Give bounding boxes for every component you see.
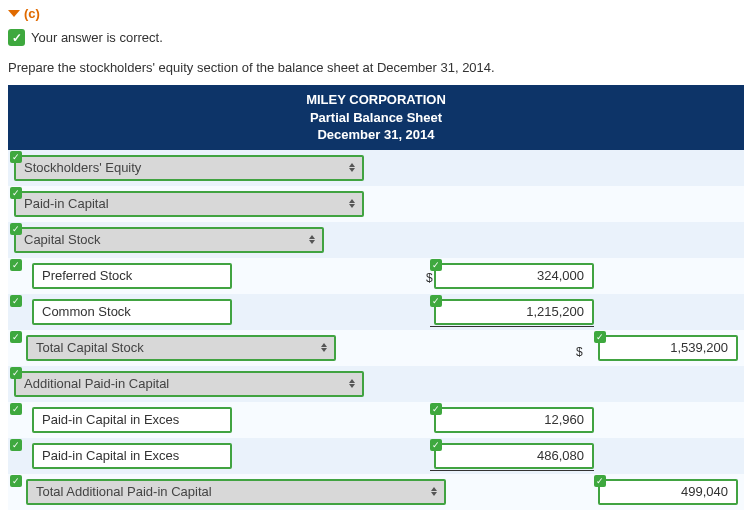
correct-tick-icon: ✓	[430, 403, 442, 415]
input-value: Preferred Stock	[42, 268, 132, 283]
input-value: Common Stock	[42, 304, 131, 319]
select-value: Additional Paid-in Capital	[24, 376, 169, 391]
select-value: Total Capital Stock	[36, 340, 144, 355]
sheet-title: MILEY CORPORATION Partial Balance Sheet …	[8, 85, 744, 150]
input-preferred-stock-label[interactable]: Preferred Stock	[32, 263, 232, 289]
select-additional-paid-in-capital[interactable]: Additional Paid-in Capital	[14, 371, 364, 397]
input-value: 1,215,200	[526, 304, 584, 319]
input-value: Paid-in Capital in Exces	[42, 448, 179, 463]
dollar-sign: $	[576, 345, 583, 359]
correct-tick-icon: ✓	[10, 439, 22, 451]
correct-tick-icon: ✓	[10, 223, 22, 235]
input-value: 486,080	[537, 448, 584, 463]
row-pic-excess-2: ✓ Paid-in Capital in Exces ✓ 486,080	[8, 438, 744, 474]
select-arrows-icon	[348, 163, 356, 172]
feedback-text: Your answer is correct.	[31, 30, 163, 45]
select-arrows-icon	[348, 379, 356, 388]
section-header[interactable]: (c)	[8, 6, 748, 21]
correct-tick-icon: ✓	[594, 475, 606, 487]
select-value: Paid-in Capital	[24, 196, 109, 211]
row-total-capital-stock: ✓ Total Capital Stock $ ✓ 1,539,200	[8, 330, 744, 366]
subtotal-rule	[430, 470, 594, 471]
select-arrows-icon	[430, 487, 438, 496]
title-line-3: December 31, 2014	[8, 126, 744, 144]
input-pic-excess-1-label[interactable]: Paid-in Capital in Exces	[32, 407, 232, 433]
feedback-line: ✓ Your answer is correct.	[8, 29, 748, 46]
correct-tick-icon: ✓	[10, 295, 22, 307]
section-label: (c)	[24, 6, 40, 21]
input-preferred-stock-amount[interactable]: 324,000	[434, 263, 594, 289]
balance-sheet: MILEY CORPORATION Partial Balance Sheet …	[8, 85, 744, 510]
select-arrows-icon	[348, 199, 356, 208]
correct-tick-icon: ✓	[10, 475, 22, 487]
subtotal-rule	[430, 326, 594, 327]
select-total-additional-pic[interactable]: Total Additional Paid-in Capital	[26, 479, 446, 505]
input-value: 1,539,200	[670, 340, 728, 355]
row-capital-stock: ✓ Capital Stock	[8, 222, 744, 258]
correct-tick-icon: ✓	[430, 295, 442, 307]
select-capital-stock[interactable]: Capital Stock	[14, 227, 324, 253]
select-total-capital-stock[interactable]: Total Capital Stock	[26, 335, 336, 361]
input-pic-excess-1-amount[interactable]: 12,960	[434, 407, 594, 433]
input-value: 499,040	[681, 484, 728, 499]
select-stockholders-equity[interactable]: Stockholders' Equity	[14, 155, 364, 181]
input-total-additional-pic[interactable]: 499,040	[598, 479, 738, 505]
row-total-additional-pic: ✓ Total Additional Paid-in Capital ✓ 499…	[8, 474, 744, 510]
select-arrows-icon	[320, 343, 328, 352]
correct-tick-icon: ✓	[594, 331, 606, 343]
input-common-stock-amount[interactable]: 1,215,200	[434, 299, 594, 325]
input-value: Paid-in Capital in Exces	[42, 412, 179, 427]
collapse-triangle-icon	[8, 10, 20, 17]
row-preferred-stock: ✓ Preferred Stock $ ✓ 324,000	[8, 258, 744, 294]
select-value: Capital Stock	[24, 232, 101, 247]
input-pic-excess-2-amount[interactable]: 486,080	[434, 443, 594, 469]
select-arrows-icon	[308, 235, 316, 244]
input-common-stock-label[interactable]: Common Stock	[32, 299, 232, 325]
input-value: 12,960	[544, 412, 584, 427]
title-line-2: Partial Balance Sheet	[8, 109, 744, 127]
correct-tick-icon: ✓	[10, 151, 22, 163]
row-paid-in-capital: ✓ Paid-in Capital	[8, 186, 744, 222]
correct-tick-icon: ✓	[10, 403, 22, 415]
correct-tick-icon: ✓	[10, 187, 22, 199]
row-stockholders-equity: ✓ Stockholders' Equity	[8, 150, 744, 186]
correct-tick-icon: ✓	[430, 439, 442, 451]
select-paid-in-capital[interactable]: Paid-in Capital	[14, 191, 364, 217]
dollar-sign: $	[426, 271, 433, 285]
input-value: 324,000	[537, 268, 584, 283]
select-value: Stockholders' Equity	[24, 160, 141, 175]
correct-tick-icon: ✓	[10, 331, 22, 343]
check-icon: ✓	[8, 29, 25, 46]
correct-tick-icon: ✓	[10, 259, 22, 271]
correct-tick-icon: ✓	[10, 367, 22, 379]
select-value: Total Additional Paid-in Capital	[36, 484, 212, 499]
row-pic-excess-1: ✓ Paid-in Capital in Exces ✓ 12,960	[8, 402, 744, 438]
input-pic-excess-2-label[interactable]: Paid-in Capital in Exces	[32, 443, 232, 469]
row-common-stock: ✓ Common Stock ✓ 1,215,200	[8, 294, 744, 330]
instruction-text: Prepare the stockholders' equity section…	[8, 60, 748, 75]
row-additional-paid-in-capital: ✓ Additional Paid-in Capital	[8, 366, 744, 402]
correct-tick-icon: ✓	[430, 259, 442, 271]
input-total-capital-stock[interactable]: 1,539,200	[598, 335, 738, 361]
title-line-1: MILEY CORPORATION	[8, 91, 744, 109]
